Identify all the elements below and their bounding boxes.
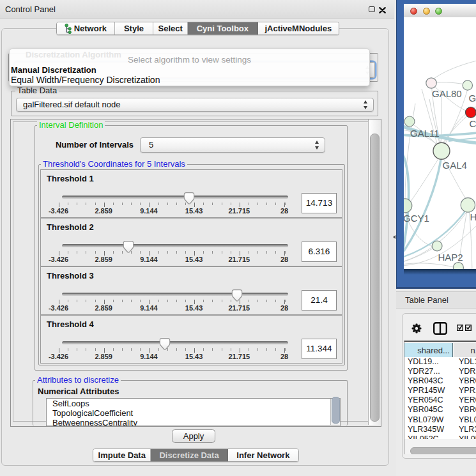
svg-text:GAL80: GAL80 bbox=[432, 88, 462, 99]
svg-text:C: C bbox=[470, 118, 476, 129]
svg-text:GAL11: GAL11 bbox=[410, 128, 440, 139]
svg-text:GCY1: GCY1 bbox=[404, 213, 429, 224]
svg-text:GAL4: GAL4 bbox=[443, 160, 467, 171]
svg-text:HA: HA bbox=[470, 211, 476, 222]
svg-text:GA: GA bbox=[469, 93, 476, 104]
svg-text:HAP2: HAP2 bbox=[438, 252, 463, 263]
